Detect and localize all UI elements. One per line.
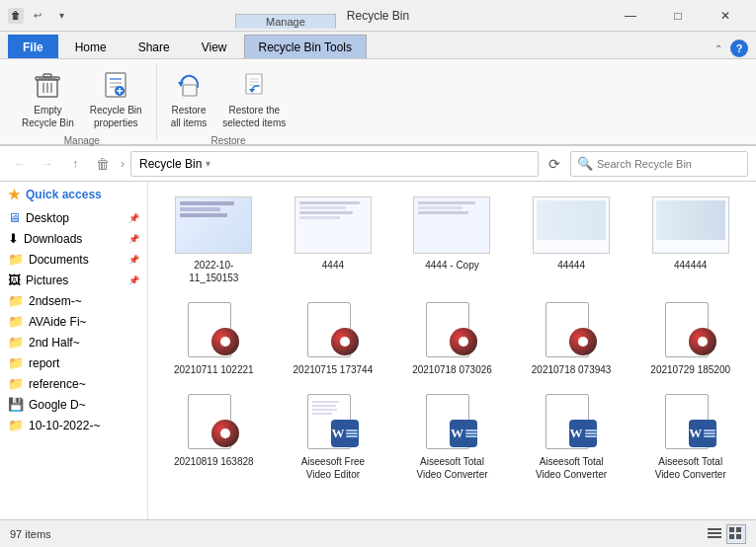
file-name-10: 20210729 185200 (650, 363, 730, 376)
refresh-button[interactable]: ⟳ (543, 152, 566, 176)
item-count: 97 items (10, 528, 51, 540)
sidebar-item-avaide[interactable]: 📁 AVAide Fi~ (0, 311, 147, 332)
search-input[interactable] (597, 158, 741, 170)
file-name-15: Aiseesoft Total Video Converter (646, 455, 735, 481)
file-name-8: 20210718 073026 (412, 363, 492, 376)
help-button[interactable]: ? (730, 39, 748, 57)
file-thumb-13: W (412, 392, 491, 451)
svg-rect-15 (246, 74, 262, 94)
file-name-14: Aiseesoft Total Video Converter (527, 455, 616, 481)
sidebar: ★ Quick access 🖥 Desktop 📌 ⬇ Downloads 📌… (0, 182, 148, 519)
googledrive-icon: 💾 (8, 397, 24, 412)
path-separator: › (121, 157, 125, 171)
svg-rect-14 (183, 85, 197, 96)
restore-selected-button[interactable]: Restore theselected items (216, 65, 292, 133)
svg-rect-20 (708, 528, 721, 530)
details-view-button[interactable] (705, 524, 724, 544)
ribbon-up-icon[interactable]: ⌃ (709, 39, 728, 58)
pictures-icon: 🖼 (8, 273, 21, 287)
qat-undo[interactable]: ↩ (28, 6, 47, 26)
minimize-button[interactable]: — (608, 0, 653, 32)
restore-all-items-button[interactable]: Restoreall items (165, 65, 213, 133)
file-item-9[interactable]: 20210718 073943 (514, 294, 630, 382)
folder-icon-2ndhalf: 📁 (8, 335, 24, 350)
file-item-4[interactable]: 44444 (514, 190, 630, 290)
sidebar-quick-access-header[interactable]: ★ Quick access (0, 182, 147, 207)
file-thumb-15: W (651, 392, 730, 451)
tab-home[interactable]: Home (60, 35, 122, 58)
tab-share[interactable]: Share (124, 35, 185, 58)
tab-file[interactable]: File (8, 35, 58, 58)
star-icon: ★ (8, 187, 21, 202)
svg-rect-24 (736, 527, 741, 532)
file-name-6: 20210711 102221 (174, 363, 254, 376)
file-item-3[interactable]: 4444 - Copy (394, 190, 510, 290)
back-button[interactable]: ← (8, 152, 32, 176)
window-controls: — □ ✕ (608, 0, 748, 32)
view-toggle-buttons (705, 524, 746, 544)
file-item-12[interactable]: W Aiseesoft Free Video Editor (276, 386, 391, 487)
up-button[interactable]: ↑ (63, 152, 87, 176)
manage-contextual-label: Manage (235, 14, 336, 29)
address-path[interactable]: Recycle Bin ▾ (130, 151, 539, 177)
file-item-6[interactable]: 20210711 102221 (156, 294, 272, 382)
search-box: 🔍 (570, 151, 748, 177)
file-item-1[interactable]: 2022-10-11_150153 (156, 190, 272, 290)
maximize-button[interactable]: □ (655, 0, 701, 32)
svg-rect-22 (708, 536, 721, 538)
empty-recycle-bin-icon (32, 69, 63, 101)
downloads-icon: ⬇ (8, 231, 19, 246)
file-item-14[interactable]: W Aiseesoft Total Video Converter (514, 386, 630, 487)
sidebar-item-10-10[interactable]: 📁 10-10-2022-~ (0, 415, 147, 435)
file-item-7[interactable]: 20210715 173744 (276, 294, 391, 382)
file-name-4: 44444 (557, 259, 585, 272)
title-bar: 🗑 ↩ ▾ Recycle Bin — □ ✕ (0, 0, 756, 32)
file-item-11[interactable]: 20210819 163828 (156, 386, 272, 487)
ribbon: EmptyRecycle Bin Recycle Binproperties (0, 59, 756, 146)
sidebar-item-desktop[interactable]: 🖥 Desktop 📌 (0, 207, 147, 228)
recycle-bin-properties-button[interactable]: Recycle Binproperties (84, 65, 148, 133)
sidebar-item-downloads[interactable]: ⬇ Downloads 📌 (0, 228, 147, 249)
file-item-15[interactable]: W Aiseesoft Total Video Converter (632, 386, 748, 487)
documents-icon: 📁 (8, 252, 24, 267)
folder-icon-report: 📁 (8, 355, 24, 370)
file-item-2[interactable]: 4444 (276, 190, 391, 290)
file-item-13[interactable]: W Aiseesoft Total Video Converter (394, 386, 510, 487)
pin-icon-1: 📌 (128, 234, 139, 244)
sidebar-item-report[interactable]: 📁 report (0, 352, 147, 373)
sidebar-item-2ndsem[interactable]: 📁 2ndsem-~ (0, 290, 147, 311)
sidebar-item-documents[interactable]: 📁 Documents 📌 (0, 249, 147, 270)
file-thumb-11 (174, 392, 253, 451)
file-item-10[interactable]: 20210729 185200 (632, 294, 748, 382)
sidebar-item-2ndhalf[interactable]: 📁 2nd Half~ (0, 332, 147, 352)
svg-rect-23 (729, 527, 734, 532)
path-text: Recycle Bin (139, 157, 202, 171)
ribbon-group-manage: EmptyRecycle Bin Recycle Binproperties (8, 63, 157, 140)
file-item-8[interactable]: 20210718 073026 (394, 294, 510, 382)
sidebar-item-reference[interactable]: 📁 reference~ (0, 373, 147, 394)
recycle-bin-properties-label: Recycle Binproperties (90, 104, 142, 129)
sidebar-item-googledrive[interactable]: 💾 Google D~ (0, 394, 147, 415)
empty-recycle-bin-button[interactable]: EmptyRecycle Bin (16, 65, 80, 133)
file-thumb-6 (174, 300, 253, 359)
svg-rect-25 (729, 534, 734, 539)
file-thumb-10 (651, 300, 730, 359)
file-name-1: 2022-10-11_150153 (169, 259, 258, 284)
file-name-7: 20210715 173744 (294, 363, 374, 376)
tab-recycle-bin-tools[interactable]: Recycle Bin Tools (244, 35, 368, 58)
path-dropdown-icon[interactable]: ▾ (206, 158, 210, 169)
close-button[interactable]: ✕ (703, 0, 748, 32)
qat-down[interactable]: ▾ (51, 6, 71, 26)
tab-view[interactable]: View (187, 35, 242, 58)
address-bar: ← → ↑ 🗑 › Recycle Bin ▾ ⟳ 🔍 (0, 146, 756, 182)
file-item-5[interactable]: 444444 (632, 190, 748, 290)
forward-button[interactable]: → (36, 152, 59, 176)
window-title: Recycle Bin (347, 9, 409, 23)
file-thumb-3 (412, 195, 491, 255)
large-icons-view-button[interactable] (726, 524, 746, 544)
restore-group-label: Restore (165, 135, 293, 146)
sidebar-item-pictures[interactable]: 🖼 Pictures 📌 (0, 270, 147, 290)
restore-selected-label: Restore theselected items (222, 104, 286, 129)
folder-icon-addr: 🗑 (91, 152, 115, 176)
file-name-13: Aiseesoft Total Video Converter (407, 455, 496, 481)
